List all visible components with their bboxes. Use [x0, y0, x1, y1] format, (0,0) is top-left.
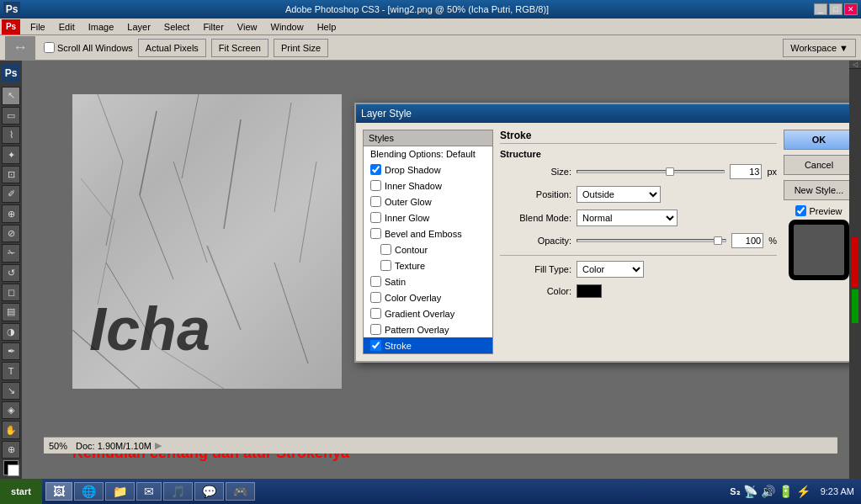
drop-shadow-checkbox[interactable]	[370, 164, 381, 175]
texture-checkbox[interactable]	[380, 260, 391, 271]
style-inner-shadow[interactable]: Inner Shadow	[364, 178, 492, 194]
tool-dodge[interactable]: ◑	[2, 323, 20, 341]
foreground-color[interactable]	[3, 460, 19, 475]
contour-checkbox[interactable]	[380, 244, 391, 255]
tool-zoom[interactable]: ⊕	[2, 441, 20, 459]
preview-checkbox[interactable]	[795, 205, 806, 216]
tool-move[interactable]: ↖	[2, 87, 20, 104]
tool-gradient[interactable]: ▤	[2, 303, 20, 321]
inner-glow-checkbox[interactable]	[370, 212, 381, 223]
taskbar-item-mail[interactable]: ✉	[136, 482, 162, 501]
menu-image[interactable]: Image	[82, 20, 121, 34]
outer-glow-checkbox[interactable]	[370, 196, 381, 207]
close-button[interactable]: ✕	[844, 3, 858, 15]
styles-header[interactable]: Styles	[364, 130, 492, 146]
satin-checkbox[interactable]	[370, 276, 381, 287]
taskbar-media-icon: 🎵	[171, 485, 185, 498]
taskbar-game-icon: 🎮	[233, 485, 247, 498]
tool-shape[interactable]: ◈	[2, 401, 20, 419]
style-satin[interactable]: Satin	[364, 273, 492, 289]
taskbar-chat-icon: 💬	[202, 485, 216, 498]
style-stroke[interactable]: Stroke	[364, 337, 492, 353]
style-contour[interactable]: Contour	[364, 241, 492, 257]
opacity-slider[interactable]	[577, 239, 726, 242]
style-drop-shadow[interactable]: Drop Shadow	[364, 162, 492, 178]
size-input[interactable]	[730, 164, 762, 179]
inner-shadow-checkbox[interactable]	[370, 180, 381, 191]
position-select[interactable]: Outside Inside Center	[577, 186, 661, 203]
actual-pixels-button[interactable]: Actual Pixels	[138, 39, 206, 57]
style-texture[interactable]: Texture	[364, 257, 492, 273]
fit-screen-button[interactable]: Fit Screen	[211, 39, 268, 57]
pattern-overlay-checkbox[interactable]	[370, 324, 381, 335]
ps-logo: Ps	[6, 3, 19, 15]
opacity-input[interactable]	[731, 233, 763, 248]
fill-type-select[interactable]: Color Gradient Pattern	[577, 261, 644, 278]
preview-checkbox-row[interactable]: Preview	[795, 205, 842, 216]
style-pattern-overlay[interactable]: Pattern Overlay	[364, 321, 492, 337]
print-size-button[interactable]: Print Size	[274, 39, 328, 57]
scroll-right-icon[interactable]: ▶	[155, 440, 162, 451]
options-bar: ↔ Scroll All Windows Actual Pixels Fit S…	[0, 35, 861, 61]
menu-help[interactable]: Help	[311, 20, 343, 34]
ok-button[interactable]: OK	[784, 130, 849, 150]
taskbar: start 🖼 🌐 📁 ✉ 🎵 💬 🎮 S₂ 📡 🔊 🔋 ⚡ 9:23 AM	[0, 479, 861, 504]
tool-eyedropper[interactable]: ✐	[2, 185, 20, 203]
minimize-button[interactable]: _	[814, 3, 827, 15]
taskbar-item-ie[interactable]: 🌐	[74, 482, 104, 501]
gradient-overlay-checkbox[interactable]	[370, 308, 381, 319]
tool-heal[interactable]: ⊕	[2, 204, 20, 222]
tool-clone[interactable]: ✁	[2, 244, 20, 262]
tool-lasso[interactable]: ⌇	[2, 126, 20, 144]
tool-hand[interactable]: ✋	[2, 421, 20, 438]
blend-mode-select[interactable]: Normal Multiply Screen	[577, 210, 678, 226]
tool-type[interactable]: T	[2, 362, 20, 379]
taskbar-ie-icon: 🌐	[82, 485, 96, 498]
right-panel-collapse[interactable]: ◁	[849, 61, 861, 69]
start-button[interactable]: start	[0, 479, 42, 504]
stroke-checkbox[interactable]	[370, 340, 381, 351]
style-gradient-overlay[interactable]: Gradient Overlay	[364, 305, 492, 321]
menu-edit[interactable]: Edit	[52, 20, 82, 34]
taskbar-item-media[interactable]: 🎵	[163, 482, 193, 501]
taskbar-item-folder[interactable]: 📁	[105, 482, 135, 501]
style-color-overlay[interactable]: Color Overlay	[364, 289, 492, 305]
style-inner-glow[interactable]: Inner Glow	[364, 210, 492, 225]
style-blending-options[interactable]: Blending Options: Default	[364, 146, 492, 162]
color-swatch[interactable]	[577, 284, 602, 298]
style-bevel-emboss[interactable]: Bevel and Emboss	[364, 225, 492, 241]
taskbar-item-ps[interactable]: 🖼	[45, 482, 72, 501]
new-style-button[interactable]: New Style...	[784, 180, 849, 200]
tool-pen[interactable]: ✒	[2, 342, 20, 360]
taskbar-sys-area: S₂ 📡 🔊 🔋 ⚡	[726, 485, 813, 498]
tool-eraser[interactable]: ◻	[2, 284, 20, 301]
tool-brush[interactable]: ⊘	[2, 225, 20, 242]
menu-view[interactable]: View	[231, 20, 264, 34]
menu-select[interactable]: Select	[157, 20, 197, 34]
workspace-button[interactable]: Workspace ▼	[783, 39, 856, 57]
tool-crop[interactable]: ⊡	[2, 166, 20, 183]
style-outer-glow[interactable]: Outer Glow	[364, 194, 492, 210]
tool-magic-wand[interactable]: ✦	[2, 146, 20, 163]
menu-file[interactable]: File	[24, 20, 52, 34]
tool-history-brush[interactable]: ↺	[2, 264, 20, 282]
bevel-emboss-checkbox[interactable]	[370, 228, 381, 239]
size-slider[interactable]	[577, 170, 725, 173]
color-overlay-checkbox[interactable]	[370, 292, 381, 303]
scroll-all-windows-checkbox[interactable]	[44, 42, 55, 53]
preview-area: Preview	[784, 205, 849, 280]
menu-layer[interactable]: Layer	[120, 20, 157, 34]
menu-window[interactable]: Window	[264, 20, 311, 34]
left-toolbar: Ps ↖ ▭ ⌇ ✦ ⊡ ✐ ⊕ ⊘ ✁ ↺ ◻ ▤ ◑ ✒ T ↘ ◈ ✋ ⊕	[0, 61, 22, 479]
styles-panel: Styles Blending Options: Default Drop Sh…	[363, 130, 493, 354]
scroll-all-windows-label[interactable]: Scroll All Windows	[44, 42, 133, 53]
maximize-button[interactable]: □	[829, 3, 842, 15]
taskbar-item-chat[interactable]: 💬	[194, 482, 224, 501]
taskbar-item-game[interactable]: 🎮	[226, 482, 255, 501]
menu-filter[interactable]: Filter	[196, 20, 230, 34]
tool-path-select[interactable]: ↘	[2, 382, 20, 400]
color-indicator-red	[852, 237, 858, 288]
cancel-button[interactable]: Cancel	[784, 155, 849, 175]
tool-select[interactable]: ▭	[2, 107, 20, 125]
position-row: Position: Outside Inside Center	[500, 186, 777, 203]
